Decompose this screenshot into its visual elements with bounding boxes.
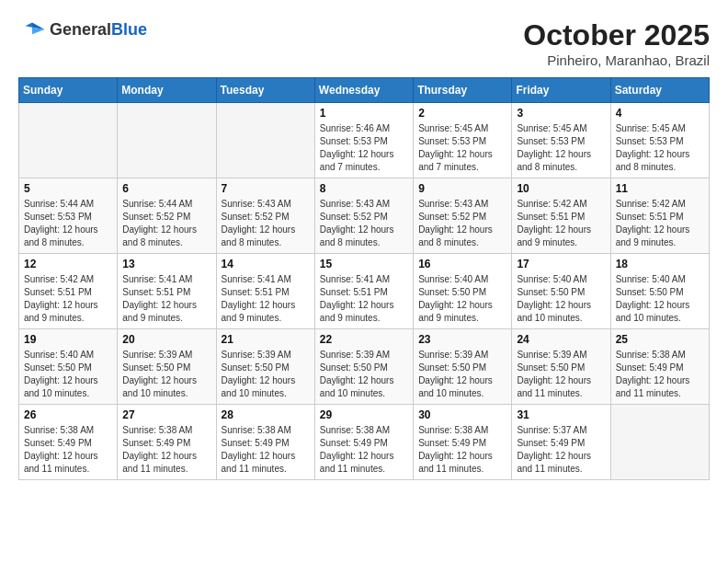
header: GeneralBlue October 2025 Pinheiro, Maran… [18, 18, 710, 68]
calendar-week-row: 26Sunrise: 5:38 AM Sunset: 5:49 PM Dayli… [19, 405, 710, 480]
logo-bird-icon [18, 18, 46, 40]
day-info: Sunrise: 5:42 AM Sunset: 5:51 PM Dayligh… [517, 198, 605, 249]
calendar-cell: 3Sunrise: 5:45 AM Sunset: 5:53 PM Daylig… [512, 103, 610, 178]
calendar-cell: 10Sunrise: 5:42 AM Sunset: 5:51 PM Dayli… [512, 178, 610, 254]
day-info: Sunrise: 5:42 AM Sunset: 5:51 PM Dayligh… [24, 273, 112, 325]
day-info: Sunrise: 5:40 AM Sunset: 5:50 PM Dayligh… [24, 349, 112, 400]
calendar-cell: 9Sunrise: 5:43 AM Sunset: 5:52 PM Daylig… [414, 178, 512, 254]
calendar-week-row: 12Sunrise: 5:42 AM Sunset: 5:51 PM Dayli… [19, 254, 710, 329]
calendar-week-row: 5Sunrise: 5:44 AM Sunset: 5:53 PM Daylig… [19, 178, 710, 254]
calendar-cell: 21Sunrise: 5:39 AM Sunset: 5:50 PM Dayli… [216, 329, 314, 405]
day-number: 10 [517, 182, 605, 195]
day-number: 20 [122, 333, 210, 346]
day-number: 19 [24, 333, 112, 346]
calendar-cell: 11Sunrise: 5:42 AM Sunset: 5:51 PM Dayli… [610, 178, 709, 254]
day-number: 13 [122, 258, 210, 270]
logo-blue: Blue [111, 20, 147, 39]
day-info: Sunrise: 5:40 AM Sunset: 5:50 PM Dayligh… [517, 273, 605, 325]
day-number: 27 [122, 408, 210, 421]
calendar-header-friday: Friday [512, 78, 610, 103]
calendar-cell [216, 103, 314, 178]
calendar-cell: 6Sunrise: 5:44 AM Sunset: 5:52 PM Daylig… [118, 178, 216, 254]
day-number: 6 [122, 182, 210, 195]
location: Pinheiro, Maranhao, Brazil [523, 52, 710, 68]
day-info: Sunrise: 5:38 AM Sunset: 5:49 PM Dayligh… [24, 424, 112, 476]
title-area: October 2025 Pinheiro, Maranhao, Brazil [523, 18, 710, 68]
calendar-cell: 1Sunrise: 5:46 AM Sunset: 5:53 PM Daylig… [314, 103, 413, 178]
day-info: Sunrise: 5:43 AM Sunset: 5:52 PM Dayligh… [418, 198, 506, 249]
calendar-week-row: 1Sunrise: 5:46 AM Sunset: 5:53 PM Daylig… [19, 103, 710, 178]
day-number: 30 [418, 408, 506, 421]
month-title: October 2025 [523, 18, 710, 52]
day-number: 29 [320, 408, 408, 421]
day-number: 8 [320, 182, 408, 195]
calendar-cell [118, 103, 216, 178]
calendar-cell: 29Sunrise: 5:38 AM Sunset: 5:49 PM Dayli… [314, 405, 413, 480]
day-info: Sunrise: 5:39 AM Sunset: 5:50 PM Dayligh… [517, 349, 605, 400]
day-info: Sunrise: 5:43 AM Sunset: 5:52 PM Dayligh… [320, 198, 408, 249]
calendar-cell: 27Sunrise: 5:38 AM Sunset: 5:49 PM Dayli… [118, 405, 216, 480]
day-info: Sunrise: 5:38 AM Sunset: 5:49 PM Dayligh… [418, 424, 506, 476]
logo: GeneralBlue [18, 18, 147, 40]
calendar-cell: 14Sunrise: 5:41 AM Sunset: 5:51 PM Dayli… [216, 254, 314, 329]
day-number: 24 [517, 333, 605, 346]
calendar-header-saturday: Saturday [610, 78, 709, 103]
day-number: 7 [222, 182, 310, 195]
day-number: 1 [320, 107, 408, 120]
calendar-cell: 23Sunrise: 5:39 AM Sunset: 5:50 PM Dayli… [414, 329, 512, 405]
day-number: 16 [418, 258, 506, 270]
day-info: Sunrise: 5:39 AM Sunset: 5:50 PM Dayligh… [222, 349, 310, 400]
day-number: 9 [418, 182, 506, 195]
calendar: SundayMondayTuesdayWednesdayThursdayFrid… [18, 77, 710, 480]
day-info: Sunrise: 5:44 AM Sunset: 5:53 PM Dayligh… [24, 198, 112, 249]
day-info: Sunrise: 5:40 AM Sunset: 5:50 PM Dayligh… [616, 273, 704, 325]
calendar-cell [19, 103, 118, 178]
calendar-cell: 30Sunrise: 5:38 AM Sunset: 5:49 PM Dayli… [414, 405, 512, 480]
day-info: Sunrise: 5:41 AM Sunset: 5:51 PM Dayligh… [222, 273, 310, 325]
day-info: Sunrise: 5:39 AM Sunset: 5:50 PM Dayligh… [122, 349, 210, 400]
calendar-header-thursday: Thursday [414, 78, 512, 103]
calendar-cell: 2Sunrise: 5:45 AM Sunset: 5:53 PM Daylig… [414, 103, 512, 178]
calendar-cell: 25Sunrise: 5:38 AM Sunset: 5:49 PM Dayli… [610, 329, 709, 405]
logo-general: General [50, 20, 111, 39]
calendar-cell: 20Sunrise: 5:39 AM Sunset: 5:50 PM Dayli… [118, 329, 216, 405]
day-number: 14 [222, 258, 310, 270]
calendar-cell: 19Sunrise: 5:40 AM Sunset: 5:50 PM Dayli… [19, 329, 118, 405]
calendar-week-row: 19Sunrise: 5:40 AM Sunset: 5:50 PM Dayli… [19, 329, 710, 405]
day-info: Sunrise: 5:38 AM Sunset: 5:49 PM Dayligh… [222, 424, 310, 476]
day-info: Sunrise: 5:38 AM Sunset: 5:49 PM Dayligh… [122, 424, 210, 476]
calendar-cell: 13Sunrise: 5:41 AM Sunset: 5:51 PM Dayli… [118, 254, 216, 329]
day-number: 28 [222, 408, 310, 421]
day-info: Sunrise: 5:41 AM Sunset: 5:51 PM Dayligh… [122, 273, 210, 325]
day-number: 26 [24, 408, 112, 421]
day-number: 25 [616, 333, 704, 346]
day-info: Sunrise: 5:38 AM Sunset: 5:49 PM Dayligh… [616, 349, 704, 400]
calendar-cell: 31Sunrise: 5:37 AM Sunset: 5:49 PM Dayli… [512, 405, 610, 480]
day-info: Sunrise: 5:37 AM Sunset: 5:49 PM Dayligh… [517, 424, 605, 476]
calendar-cell: 17Sunrise: 5:40 AM Sunset: 5:50 PM Dayli… [512, 254, 610, 329]
calendar-header-row: SundayMondayTuesdayWednesdayThursdayFrid… [19, 78, 710, 103]
day-info: Sunrise: 5:40 AM Sunset: 5:50 PM Dayligh… [418, 273, 506, 325]
day-info: Sunrise: 5:39 AM Sunset: 5:50 PM Dayligh… [418, 349, 506, 400]
calendar-cell [610, 405, 709, 480]
calendar-header-sunday: Sunday [19, 78, 118, 103]
day-number: 21 [222, 333, 310, 346]
day-info: Sunrise: 5:43 AM Sunset: 5:52 PM Dayligh… [222, 198, 310, 249]
day-number: 15 [320, 258, 408, 270]
day-number: 11 [616, 182, 704, 195]
calendar-cell: 8Sunrise: 5:43 AM Sunset: 5:52 PM Daylig… [314, 178, 413, 254]
svg-marker-1 [26, 23, 33, 28]
day-info: Sunrise: 5:39 AM Sunset: 5:50 PM Dayligh… [320, 349, 408, 400]
calendar-cell: 24Sunrise: 5:39 AM Sunset: 5:50 PM Dayli… [512, 329, 610, 405]
day-number: 4 [616, 107, 704, 120]
calendar-cell: 16Sunrise: 5:40 AM Sunset: 5:50 PM Dayli… [414, 254, 512, 329]
day-number: 5 [24, 182, 112, 195]
calendar-cell: 26Sunrise: 5:38 AM Sunset: 5:49 PM Dayli… [19, 405, 118, 480]
calendar-cell: 4Sunrise: 5:45 AM Sunset: 5:53 PM Daylig… [610, 103, 709, 178]
day-number: 23 [418, 333, 506, 346]
day-info: Sunrise: 5:45 AM Sunset: 5:53 PM Dayligh… [517, 122, 605, 174]
day-number: 18 [616, 258, 704, 270]
calendar-cell: 22Sunrise: 5:39 AM Sunset: 5:50 PM Dayli… [314, 329, 413, 405]
day-info: Sunrise: 5:41 AM Sunset: 5:51 PM Dayligh… [320, 273, 408, 325]
day-number: 17 [517, 258, 605, 270]
